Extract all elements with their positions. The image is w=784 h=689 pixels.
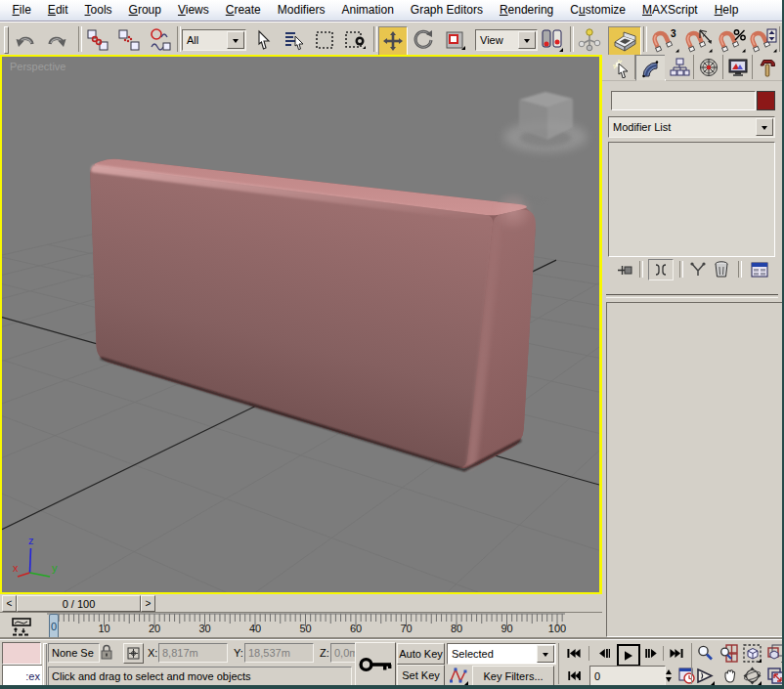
menu-customize[interactable]: Customize — [562, 1, 634, 20]
make-unique-icon[interactable] — [689, 261, 707, 279]
modifier-list-dropdown[interactable]: Modifier List — [608, 116, 775, 138]
object-name-field[interactable] — [611, 91, 756, 110]
reference-coordinate-system-arrow[interactable] — [518, 31, 536, 49]
viewport-label[interactable]: Perspective — [10, 61, 65, 72]
frame-spinner[interactable] — [663, 667, 674, 685]
tab-modify[interactable] — [635, 55, 666, 81]
selection-filter-arrow[interactable] — [227, 31, 244, 49]
select-and-link-button[interactable] — [84, 26, 111, 54]
angle-snap-toggle-button[interactable] — [682, 26, 714, 54]
redo-button[interactable] — [43, 26, 70, 54]
key-mode-toggle-icon — [568, 671, 581, 680]
menu-maxscript[interactable]: MAXScript — [634, 1, 707, 20]
undo-button[interactable] — [12, 26, 39, 54]
menu-modifiers[interactable]: Modifiers — [269, 1, 333, 20]
set-key-button[interactable]: Set Key — [397, 665, 445, 686]
tab-motion[interactable] — [694, 55, 723, 79]
spinner-up-arrow[interactable] — [666, 667, 672, 674]
x-coord-field[interactable]: 8,817m — [158, 643, 228, 663]
time-slider-handle[interactable]: 0 / 100 — [17, 595, 141, 612]
pin-stack-icon[interactable] — [617, 261, 634, 279]
key-set-selector-dropdown[interactable]: Selected — [447, 643, 556, 665]
pan-view-button[interactable] — [718, 666, 739, 685]
zoom-button[interactable] — [694, 643, 716, 663]
previous-frame-button[interactable] — [593, 644, 614, 663]
x-coord-label: X: — [148, 647, 157, 659]
select-and-rotate-button[interactable] — [410, 26, 437, 54]
modifier-stack-list[interactable] — [608, 142, 775, 257]
maximize-viewport-toggle-button[interactable] — [764, 666, 784, 685]
panel-separator — [606, 294, 778, 298]
zoom-all-button[interactable] — [718, 643, 739, 663]
select-and-uniform-scale-button[interactable] — [441, 26, 468, 54]
y-coord-field[interactable]: 18,537m — [244, 643, 314, 663]
menu-help[interactable]: Help — [706, 1, 747, 20]
track-bar-frame-indicator[interactable]: 0 — [49, 614, 59, 639]
selection-status-field: None Se — [48, 643, 100, 663]
zoom-extents-all-button[interactable] — [764, 643, 784, 663]
time-slider-next-button[interactable]: > — [141, 595, 155, 612]
tab-display[interactable] — [723, 55, 753, 79]
tab-utilities[interactable] — [753, 55, 781, 79]
key-mode-toggle-button[interactable] — [563, 667, 585, 685]
menu-file[interactable]: File — [4, 1, 39, 20]
use-pivot-point-center-button[interactable] — [539, 26, 566, 54]
spinner-snap-toggle-button[interactable] — [747, 26, 778, 54]
tab-hierarchy[interactable] — [665, 55, 694, 79]
percent-snap-toggle-button[interactable] — [716, 26, 747, 54]
unlink-selection-button[interactable] — [115, 26, 143, 54]
selection-filter-dropdown[interactable]: All — [182, 29, 246, 51]
window-crossing-button[interactable] — [341, 26, 369, 54]
current-frame-field[interactable]: 0 — [589, 666, 666, 686]
set-keys-button[interactable] — [355, 642, 396, 686]
configure-modifier-sets-icon[interactable] — [750, 260, 769, 280]
select-object-button[interactable] — [250, 26, 278, 54]
spinner-down-arrow[interactable] — [666, 677, 672, 685]
arc-rotate-button[interactable] — [741, 666, 762, 685]
menu-rendering[interactable]: Rendering — [491, 1, 561, 20]
object-color-swatch[interactable] — [757, 91, 775, 110]
reference-coordinate-system-dropdown[interactable]: View — [475, 29, 538, 51]
perspective-viewport[interactable]: FRONT z x y Perspective — [2, 57, 599, 592]
menu-graph-editors[interactable]: Graph Editors — [402, 1, 491, 20]
go-to-end-button[interactable] — [666, 644, 687, 663]
zoom-extents-button[interactable] — [741, 643, 762, 663]
macro-recorder-pane[interactable] — [2, 642, 41, 665]
remove-modifier-icon[interactable] — [713, 260, 730, 279]
menu-group[interactable]: Group — [120, 1, 169, 20]
key-set-selector-arrow[interactable] — [537, 645, 554, 663]
snaps-toggle-button[interactable]: 3 — [649, 26, 680, 54]
menu-create[interactable]: Create — [217, 1, 269, 20]
select-by-name-button[interactable] — [281, 26, 308, 54]
time-slider-prev-button[interactable]: < — [2, 595, 17, 612]
bind-to-space-warp-button[interactable] — [147, 26, 174, 54]
select-and-move-button[interactable] — [378, 26, 408, 56]
selection-status-text: None Se — [52, 647, 94, 659]
modifier-list-arrow[interactable] — [756, 118, 773, 136]
keyboard-shortcut-override-toggle-button[interactable] — [608, 26, 641, 56]
show-end-result-button[interactable] — [648, 259, 674, 280]
show-end-result-icon — [653, 262, 669, 278]
menu-views[interactable]: Views — [169, 1, 217, 20]
next-frame-button[interactable] — [640, 644, 661, 663]
hierarchy-tab-icon — [669, 57, 690, 78]
menu-animation[interactable]: Animation — [333, 1, 402, 20]
absolute-mode-transform-button[interactable] — [123, 643, 144, 664]
mini-listener-text: :ex — [25, 670, 40, 682]
time-configuration-button[interactable] — [676, 667, 696, 685]
select-and-manipulate-button[interactable] — [576, 26, 603, 54]
maxscript-mini-listener[interactable]: :ex — [2, 665, 43, 687]
tab-create[interactable] — [606, 55, 635, 79]
auto-key-button[interactable]: Auto Key — [397, 643, 445, 665]
selection-lock-toggle-icon[interactable] — [100, 644, 113, 661]
track-bar[interactable]: 0102030405060708090100 0 — [0, 613, 602, 638]
go-to-start-button[interactable] — [563, 644, 585, 663]
menu-tools[interactable]: Tools — [76, 1, 120, 20]
default-in-out-tangents-icon[interactable] — [449, 666, 468, 685]
play-animation-button[interactable] — [617, 644, 640, 667]
toolbar-grip[interactable] — [4, 26, 9, 54]
key-filters-button[interactable]: Key Filters... — [472, 666, 554, 686]
field-of-view-button[interactable] — [694, 666, 716, 685]
rectangular-selection-region-button[interactable] — [311, 26, 338, 54]
menu-edit[interactable]: Edit — [39, 1, 76, 20]
